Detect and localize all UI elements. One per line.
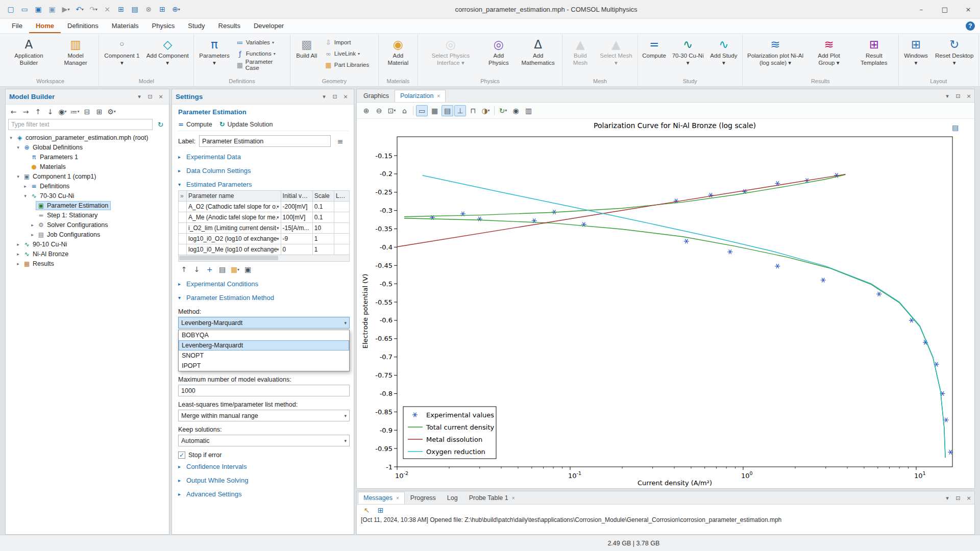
tree-item-job-configurations[interactable]: ▸▤Job Configurations (6, 230, 169, 239)
parameter-name-cell[interactable]: i_O2_lim (Limiting current densit...▾ (187, 223, 281, 234)
result-templates-button[interactable]: ⊞Result Templates (851, 35, 896, 78)
tree-item-materials[interactable]: ●Materials (6, 162, 169, 171)
zoom-extents-button[interactable]: ⊡▾ (386, 105, 398, 116)
parameter-name-cell[interactable]: A_Me (Anodic tafel slope for me...▾ (187, 212, 281, 223)
undo-button[interactable]: ↶▾ (73, 3, 86, 16)
expander-icon[interactable]: ▸ (22, 184, 29, 189)
tree-item-results[interactable]: ▸▦Results (6, 259, 169, 268)
lsq-method-combo[interactable]: Merge within manual range▾ (178, 410, 350, 421)
application-builder-button[interactable]: AApplication Builder (4, 35, 54, 78)
add-physics-button[interactable]: ◎Add Physics (482, 35, 516, 78)
row-down-button[interactable]: ↓ (191, 264, 203, 275)
add-row-button[interactable]: + (204, 264, 215, 275)
cut-button[interactable]: × (101, 3, 114, 16)
collapse-all-button[interactable]: ⊟ (81, 106, 93, 117)
update-solution-button[interactable]: ↻Update Solution (219, 120, 273, 128)
initial-value-cell[interactable]: 100[mV] (281, 212, 312, 223)
scrollbar-thumb[interactable] (179, 256, 278, 260)
expander-icon[interactable]: ▸ (29, 232, 36, 237)
load-file-button[interactable]: ▦▾ (229, 264, 241, 275)
panel-close-button[interactable]: × (156, 92, 165, 102)
menu-tab-results[interactable]: Results (212, 19, 247, 33)
tree-item-solver-configurations[interactable]: ▸⚙Solver Configurations (6, 220, 169, 230)
move-up-button[interactable]: ↑ (32, 106, 44, 117)
parameter-name-cell[interactable]: A_O2 (Cathodic tafel slope for o...▾ (187, 202, 281, 212)
dropdown-option-bobyqa[interactable]: BOBYQA (179, 330, 349, 340)
redo-button[interactable]: ↷▾ (87, 3, 100, 16)
refresh-button[interactable]: ↻ (155, 119, 166, 130)
lower-bound-cell[interactable] (334, 223, 349, 234)
tree-item-ni-al-bronze[interactable]: ▸∿Ni-Al Bronze (6, 249, 169, 259)
parameter-name-cell[interactable]: log10_i0_O2 (log10 of exchange ...▾ (187, 234, 281, 244)
section-confidence-intervals[interactable]: ▸Confidence Intervals (178, 459, 349, 472)
panel-float-button[interactable]: ⊡ (953, 493, 963, 503)
menu-tab-file[interactable]: File (5, 19, 29, 33)
add-component-button[interactable]: ◇Add Component ▾ (143, 35, 192, 78)
keep-solutions-combo[interactable]: Automatic▾ (178, 435, 350, 446)
menu-tab-developer[interactable]: Developer (247, 19, 290, 33)
plot-properties-button[interactable]: ▤ (949, 122, 961, 133)
orthographic-projection-button[interactable]: ▭ (416, 105, 428, 116)
save-button[interactable]: ▣ (32, 3, 45, 16)
row-up-button[interactable]: ↑ (178, 264, 190, 275)
dropdown-option-levenberg-marquardt[interactable]: Levenberg-Marquardt (179, 340, 349, 350)
messages-tab-progress[interactable]: Progress (405, 492, 442, 504)
initial-value-cell[interactable]: -9 (281, 234, 312, 244)
panel-menu-button[interactable]: ▾ (943, 493, 952, 503)
graphics-tab-graphics[interactable]: Graphics (358, 90, 395, 102)
reset-desktop-button[interactable]: ↻Reset Desktop ▾ (932, 35, 977, 78)
messages-tab-log[interactable]: Log (442, 492, 463, 504)
tree-filter-input[interactable] (8, 119, 153, 130)
section-parameter-estimation-method[interactable]: ▾Parameter Estimation Method (178, 290, 349, 304)
model-settings-button[interactable]: ⚙▾ (106, 106, 117, 117)
section-output-while-solving[interactable]: ▸Output While Solving (178, 472, 349, 486)
paste-button[interactable]: ▤ (128, 3, 141, 16)
show-axes-button[interactable]: ⊥ (454, 105, 466, 116)
plot-area[interactable]: Polarization Curve for Ni-Al Bronze (log… (357, 119, 974, 488)
scene-appearance-button[interactable]: ◑▾ (480, 105, 492, 116)
move-down-button[interactable]: ↓ (44, 106, 56, 117)
panel-float-button[interactable]: ⊡ (145, 92, 155, 102)
tree-item-90-10-cu-ni[interactable]: ▸∿90-10 Cu-Ni (6, 239, 169, 249)
close-button[interactable]: × (957, 0, 980, 19)
panel-close-button[interactable]: × (964, 91, 973, 101)
run-button[interactable]: ▶▾ (59, 3, 72, 16)
expander-icon[interactable]: ▸ (15, 261, 21, 266)
print-button[interactable]: ▥ (523, 105, 534, 116)
panel-close-button[interactable]: × (341, 92, 350, 102)
zoom-in-button[interactable]: ⊕ (360, 105, 372, 116)
scale-cell[interactable]: 1 (312, 244, 334, 255)
copy-table-button[interactable]: ⊞ (375, 505, 386, 516)
panel-menu-button[interactable]: ▾ (320, 92, 329, 102)
tree-item-parameters-1[interactable]: πParameters 1 (6, 152, 169, 162)
open-file-button[interactable]: ▭ (18, 3, 31, 16)
lower-bound-cell[interactable] (334, 212, 349, 223)
graphics-tab-polarization[interactable]: Polarization× (395, 90, 446, 102)
initial-value-cell[interactable]: -200[mV] (281, 202, 312, 212)
parameter-name-cell[interactable]: log10_i0_Me (log10 of exchange c...▾ (187, 244, 281, 255)
scale-cell[interactable]: 10 (312, 223, 334, 234)
menu-tab-physics[interactable]: Physics (145, 19, 182, 33)
expander-icon[interactable]: ▾ (8, 135, 14, 140)
minimize-button[interactable]: – (910, 0, 933, 19)
new-file-button[interactable]: ▢ (4, 3, 17, 16)
build-all-button[interactable]: ▩Build All (292, 35, 322, 78)
panel-close-button[interactable]: × (964, 493, 973, 503)
label-input[interactable] (199, 135, 331, 147)
part-libraries-button[interactable]: ▦Part Libraries (323, 59, 376, 70)
panel-menu-button[interactable]: ▾ (135, 92, 144, 102)
component-1-button[interactable]: ◦Component 1 ▾ (101, 35, 143, 78)
tree-item-step-1-stationary[interactable]: =Step 1: Stationary (6, 210, 169, 220)
expander-icon[interactable]: ▾ (15, 174, 21, 179)
expander-icon[interactable]: ▸ (15, 252, 21, 257)
add-mathematics-button[interactable]: ΔAdd Mathematics (516, 35, 561, 78)
initial-value-cell[interactable]: 0 (281, 244, 312, 255)
functions-button[interactable]: ƒFunctions▾ (234, 48, 287, 59)
panel-float-button[interactable]: ⊡ (330, 92, 339, 102)
70-30-cu-ni-button[interactable]: ∿70-30 Cu-Ni ▾ (669, 35, 707, 78)
stop-if-error-checkbox[interactable]: ✓Stop if error (178, 452, 349, 459)
delete-button[interactable]: ⊗ (142, 3, 155, 16)
go-to-default-view-button[interactable]: ⌂ (399, 105, 410, 116)
lower-bound-cell[interactable] (334, 234, 349, 244)
save-file-button[interactable]: ▣ (242, 264, 254, 275)
